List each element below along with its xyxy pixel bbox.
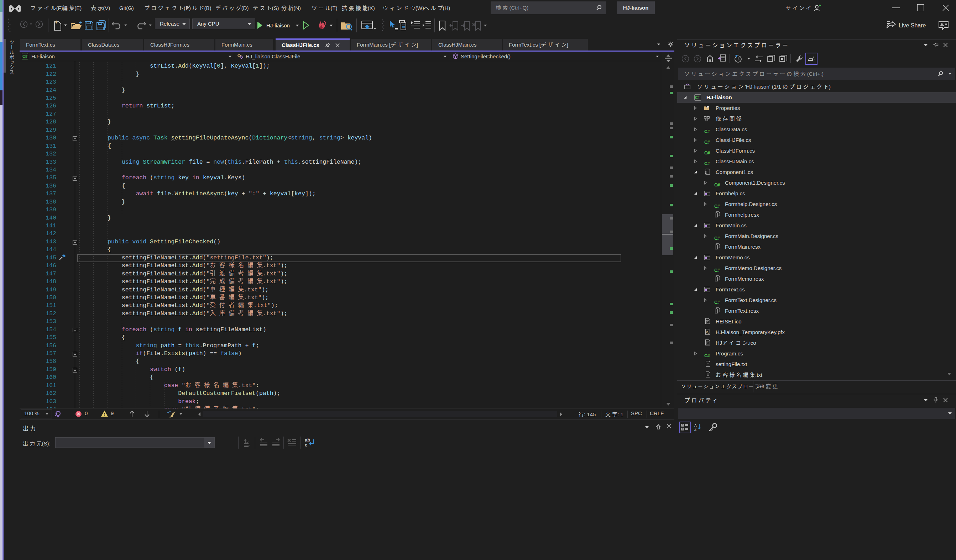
svg-text:A: A bbox=[694, 424, 697, 428]
svg-text:ab: ab bbox=[305, 437, 310, 442]
svg-text:Z: Z bbox=[694, 428, 697, 431]
svg-text:c: c bbox=[305, 442, 307, 447]
